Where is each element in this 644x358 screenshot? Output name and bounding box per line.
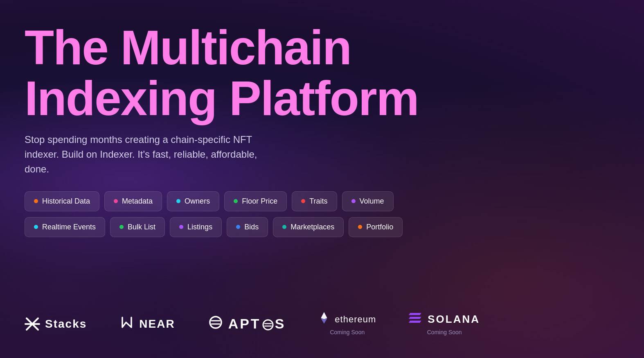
hero-section: The Multichain Indexing Platform Stop sp… [25,23,619,237]
chain-logo-aptos: APTS [208,315,286,333]
tag-dot [34,199,38,203]
tag-realtime-events: Realtime Events [25,217,105,237]
tag-dot [234,199,238,203]
tag-label: Owners [185,197,210,206]
tag-historical-data: Historical Data [25,191,99,211]
tag-label: Bids [244,223,259,231]
ethereum-coming-soon: Coming Soon [330,329,365,335]
tag-dot [301,199,305,203]
tag-dot [358,225,362,229]
svg-point-3 [210,317,221,328]
tags-row-1: Historical Data Metadata Owners Floor Pr… [25,191,619,211]
near-icon [119,315,134,333]
tag-dot [176,199,180,203]
tag-dot [282,225,286,229]
tag-label: Traits [309,197,327,206]
solana-coming-soon: Coming Soon [427,329,462,335]
tag-dot [351,199,356,203]
chain-logo-solana: SOLANA [409,312,480,326]
tag-bids: Bids [227,217,268,237]
chain-logo-near: NEAR [119,315,175,333]
chain-name-aptos: APTS [228,316,286,332]
tag-marketplaces: Marketplaces [273,217,344,237]
subtitle: Stop spending months creating a chain-sp… [25,132,278,177]
tag-dot [179,225,183,229]
tag-volume: Volume [342,191,394,211]
chain-stacks: Stacks [25,316,87,332]
tag-label: Portfolio [366,223,393,231]
ethereum-icon [318,312,330,326]
tag-owners: Owners [167,191,219,211]
tag-metadata: Metadata [104,191,162,211]
tag-label: Marketplaces [290,223,334,231]
tag-dot [114,199,118,203]
tag-label: Bulk List [128,223,155,231]
chain-name-stacks: Stacks [45,317,87,331]
tag-label: Historical Data [42,197,90,206]
tag-bulk-list: Bulk List [110,217,165,237]
page-container: The Multichain Indexing Platform Stop sp… [0,0,644,358]
tag-traits: Traits [292,191,337,211]
chain-aptos: APTS [208,315,286,333]
tag-label: Floor Price [242,197,277,206]
main-title: The Multichain Indexing Platform [25,23,619,124]
chain-name-near: NEAR [139,317,175,331]
tag-dot [34,225,38,229]
svg-point-6 [263,320,273,330]
tag-label: Realtime Events [42,223,96,231]
chain-name-ethereum: ethereum [335,314,376,325]
chain-solana: SOLANA Coming Soon [409,312,480,335]
solana-icon [409,312,423,326]
chains-section: Stacks NEAR [25,312,619,340]
chain-name-solana: SOLANA [428,313,480,326]
tags-container: Historical Data Metadata Owners Floor Pr… [25,191,619,237]
chain-logo-ethereum: ethereum [318,312,376,326]
chain-logo-stacks: Stacks [25,316,87,332]
tag-dot [236,225,240,229]
chain-ethereum: ethereum Coming Soon [318,312,376,335]
tag-floor-price: Floor Price [224,191,287,211]
stacks-icon [25,316,40,332]
tag-label: Volume [360,197,384,206]
tags-row-2: Realtime Events Bulk List Listings Bids … [25,217,619,237]
chain-near: NEAR [119,315,175,333]
tag-dot [119,225,124,229]
svg-marker-11 [321,312,327,319]
tag-listings: Listings [170,217,222,237]
tag-label: Listings [187,223,212,231]
tag-portfolio: Portfolio [349,217,403,237]
tag-label: Metadata [122,197,153,206]
aptos-icon [208,315,223,333]
